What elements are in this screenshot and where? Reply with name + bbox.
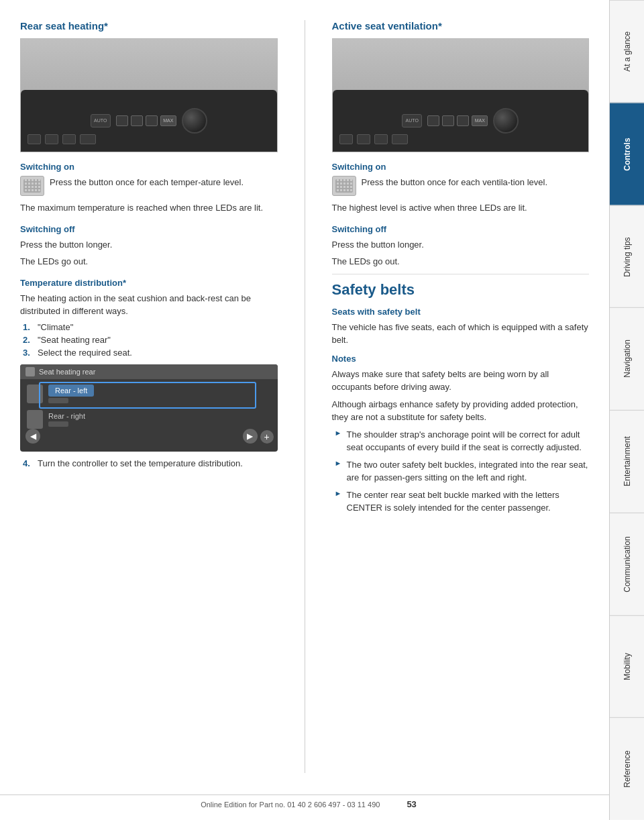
list-text-3: Select the required seat. <box>38 348 132 358</box>
list-text-2: "Seat heating rear" <box>38 335 111 345</box>
active-seat-ventilation-image: AUTO MAX <box>332 38 590 152</box>
bullet-arrow-3: ► <box>335 489 347 497</box>
temp-dist-desc: The heating action in the seat cushion a… <box>20 292 278 318</box>
bullet-item-1: ► The shoulder strap's anchorage point w… <box>332 428 590 454</box>
left-switching-on-row: Press the button once for each temper-at… <box>20 176 278 196</box>
screen-nav-right[interactable]: ▶ <box>243 429 258 444</box>
list-text-4: Turn the controller to set the temperatu… <box>38 458 243 468</box>
right-switching-on-note: The highest level is active when three L… <box>332 201 590 215</box>
sidebar-item-controls[interactable]: Controls <box>610 103 644 205</box>
screen-title: Seat heating rear <box>39 368 95 376</box>
page-footer: Online Edition for Part no. 01 40 2 606 … <box>0 795 644 813</box>
list-item-4: 4. Turn the controller to set the temper… <box>20 458 278 468</box>
seats-with-belt-text: The vehicle has five seats, each of whic… <box>332 321 590 347</box>
right-switching-on-title: Switching on <box>332 162 590 172</box>
bullet-arrow-1: ► <box>335 429 347 437</box>
column-separator <box>305 20 305 773</box>
notes-note1: Always make sure that safety belts are b… <box>332 368 590 394</box>
sidebar-item-driving-tips[interactable]: Driving tips <box>610 205 644 308</box>
bullet-text-3: The center rear seat belt buckle marked … <box>347 489 590 515</box>
screen-row2-label: Rear - right <box>48 412 271 420</box>
seat-heat-icon <box>20 176 44 196</box>
list-item-1: 1. "Climate" <box>20 322 278 332</box>
safety-belts-title: Safety belts <box>332 281 590 299</box>
left-section-title: Rear seat heating* <box>20 20 278 32</box>
list-item-2: 2. "Seat heating rear" <box>20 335 278 345</box>
page-number: 53 <box>407 799 416 809</box>
sidebar-item-mobility[interactable]: Mobility <box>610 615 644 718</box>
notes-title: Notes <box>332 354 590 364</box>
list-num-4: 4. <box>23 458 38 468</box>
screen-header: Seat heating rear <box>20 364 278 379</box>
left-switching-on-title: Switching on <box>20 162 278 172</box>
sidebar: At a glance Controls Driving tips Naviga… <box>609 0 644 820</box>
screen-image: Seat heating rear Rear - left <box>20 364 278 452</box>
left-switching-on-desc: Press the button once for each temper-at… <box>50 176 244 189</box>
rear-seat-heating-image: AUTO MAX <box>20 38 278 152</box>
list-num-1: 1. <box>23 322 38 332</box>
screen-nav-left[interactable]: ◀ <box>25 429 40 444</box>
section-divider <box>332 274 590 274</box>
sidebar-item-reference[interactable]: Reference <box>610 717 644 820</box>
temp-dist-title: Temperature distribution* <box>20 278 278 288</box>
footer-text: Online Edition for Part no. 01 40 2 606 … <box>201 801 380 809</box>
right-switching-off-line1: Press the button longer. <box>332 238 590 252</box>
screen-row-2: Rear - right <box>27 410 271 429</box>
list-text-1: "Climate" <box>38 322 73 332</box>
sidebar-item-at-a-glance[interactable]: At a glance <box>610 0 644 103</box>
screen-plus-btn[interactable]: + <box>260 430 274 444</box>
sidebar-item-entertainment[interactable]: Entertainment <box>610 410 644 513</box>
bullet-item-3: ► The center rear seat belt buckle marke… <box>332 489 590 515</box>
bullet-text-1: The shoulder strap's anchorage point wil… <box>347 428 590 454</box>
bullet-arrow-2: ► <box>335 459 347 467</box>
left-switching-off-line2: The LEDs go out. <box>20 255 278 268</box>
sidebar-item-communication[interactable]: Communication <box>610 513 644 615</box>
right-switching-off-title: Switching off <box>332 224 590 234</box>
right-switching-off-line2: The LEDs go out. <box>332 255 590 268</box>
right-section-title: Active seat ventilation* <box>332 20 590 32</box>
seat-vent-icon <box>332 176 356 196</box>
right-switching-on-desc: Press the button once for each ventila-t… <box>362 176 548 189</box>
notes-note2: Although airbags enhance safety by provi… <box>332 398 590 424</box>
left-column: Rear seat heating* AUTO MAX <box>20 20 278 773</box>
sidebar-item-navigation[interactable]: Navigation <box>610 307 644 410</box>
bullet-text-2: The two outer safety belt buckles, integ… <box>347 458 590 484</box>
bullet-item-2: ► The two outer safety belt buckles, int… <box>332 458 590 484</box>
right-column: Active seat ventilation* AUTO MAX <box>332 20 590 773</box>
seats-with-belt-title: Seats with safety belt <box>332 307 590 317</box>
right-switching-on-row: Press the button once for each ventila-t… <box>332 176 590 196</box>
screen-header-icon <box>25 367 35 376</box>
list-num-2: 2. <box>23 335 38 345</box>
left-switching-on-note: The maximum temperature is reached when … <box>20 201 278 215</box>
left-switching-off-line1: Press the button longer. <box>20 238 278 252</box>
list-item-3: 3. Select the required seat. <box>20 348 278 358</box>
list-num-3: 3. <box>23 348 38 358</box>
left-switching-off-title: Switching off <box>20 224 278 234</box>
